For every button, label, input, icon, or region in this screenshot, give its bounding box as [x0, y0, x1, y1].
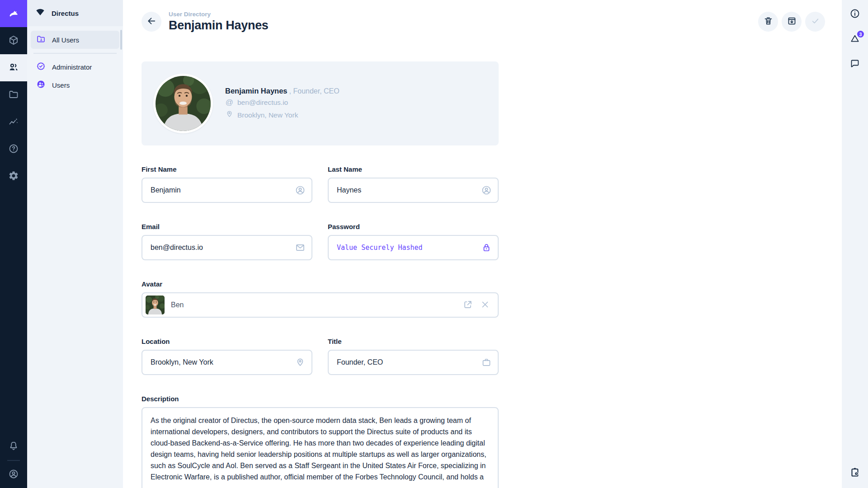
- field-label: Description: [142, 395, 499, 403]
- app-window: Directus All Users Administrator User: [0, 0, 868, 488]
- right-sidebar: 3: [842, 0, 868, 488]
- title-input[interactable]: [328, 350, 499, 375]
- module-insights[interactable]: [0, 108, 27, 136]
- sidebar-item-label: All Users: [52, 36, 79, 44]
- field-label: Title: [328, 338, 499, 345]
- revisions-count-badge: 3: [856, 30, 865, 38]
- avatar[interactable]: [153, 74, 213, 133]
- field-title: Title: [328, 338, 499, 375]
- at-sign-icon: @: [225, 98, 234, 107]
- card-user-name: Benjamin Haynes: [225, 87, 288, 95]
- avatar-photo: [156, 76, 211, 131]
- header-actions: [758, 12, 825, 32]
- last-name-input[interactable]: [328, 178, 499, 203]
- save-button[interactable]: [805, 12, 825, 32]
- sidebar-drawer-button[interactable]: [845, 463, 865, 483]
- card-user-role: , Founder, CEO: [289, 87, 340, 95]
- pin-icon: [225, 110, 234, 120]
- people-icon: [8, 62, 19, 74]
- field-email: Email: [142, 223, 312, 260]
- module-bar: [0, 0, 27, 488]
- sidebar-item-label: Administrator: [52, 63, 92, 71]
- notifications-button[interactable]: [0, 433, 27, 460]
- back-button[interactable]: [142, 12, 161, 32]
- field-label: Location: [142, 338, 312, 345]
- insights-icon: [8, 116, 19, 128]
- launch-icon: [463, 304, 473, 311]
- comment-icon: [849, 58, 860, 70]
- rabbit-logo-icon: [8, 8, 19, 20]
- field-location: Location: [142, 338, 312, 375]
- delete-button[interactable]: [758, 12, 778, 32]
- clear-file-button[interactable]: [480, 300, 491, 310]
- verified-badge-icon: [36, 61, 46, 73]
- item-form: First Name Last Name: [142, 165, 499, 488]
- field-description: Description As the original creator of D…: [142, 395, 499, 488]
- field-label: Avatar: [142, 280, 499, 288]
- field-first-name: First Name: [142, 165, 312, 203]
- card-location-row: Brooklyn, New York: [225, 110, 340, 120]
- page-header: User Directory Benjamin Haynes: [142, 0, 842, 33]
- field-label: First Name: [142, 165, 312, 173]
- sidebar-item-administrator[interactable]: Administrator: [31, 58, 119, 76]
- box-icon: [8, 35, 19, 47]
- module-settings[interactable]: [0, 163, 27, 190]
- module-user-directory[interactable]: [0, 54, 27, 81]
- info-icon: [849, 8, 860, 20]
- user-summary-card: Benjamin Haynes , Founder, CEO @ ben@dir…: [142, 61, 499, 145]
- bell-icon: [8, 441, 19, 453]
- comments-panel-button[interactable]: [845, 54, 865, 74]
- first-name-input[interactable]: [142, 178, 312, 203]
- main-content: User Directory Benjamin Haynes: [123, 0, 842, 488]
- password-input[interactable]: [328, 235, 499, 260]
- module-help[interactable]: [0, 136, 27, 163]
- avatar-file-name: Ben: [171, 301, 456, 309]
- sidebar-divider: [33, 53, 117, 54]
- sidebar-scrollbar[interactable]: [120, 30, 122, 50]
- folder-user-icon: [36, 34, 46, 46]
- supervised-user-icon: [36, 80, 46, 91]
- card-location: Brooklyn, New York: [237, 111, 298, 119]
- arrow-left-icon: [146, 16, 157, 28]
- breadcrumb[interactable]: User Directory: [169, 11, 269, 18]
- close-icon: [480, 304, 490, 311]
- field-last-name: Last Name: [328, 165, 499, 203]
- project-header[interactable]: Directus: [27, 0, 123, 26]
- field-avatar: Avatar Ben: [142, 280, 499, 318]
- archive-icon: [787, 16, 797, 28]
- module-file-library[interactable]: [0, 81, 27, 108]
- description-textarea[interactable]: As the original creator of Directus, the…: [142, 407, 499, 488]
- gear-icon: [8, 170, 19, 183]
- sidebar-item-all-users[interactable]: All Users: [31, 31, 119, 49]
- check-icon: [810, 16, 821, 28]
- avatar-thumbnail: [146, 296, 165, 314]
- card-email-row: @ ben@directus.io: [225, 98, 340, 107]
- directus-logo-button[interactable]: [0, 0, 27, 27]
- info-panel-button[interactable]: [845, 4, 865, 24]
- location-input[interactable]: [142, 350, 312, 375]
- help-icon: [8, 143, 19, 155]
- project-wedge-icon: [35, 7, 45, 19]
- account-circle-icon: [8, 469, 19, 481]
- folder-icon: [8, 89, 19, 101]
- current-user-button[interactable]: [0, 461, 27, 488]
- field-label: Password: [328, 223, 499, 230]
- revisions-panel-button[interactable]: 3: [845, 29, 865, 49]
- module-content[interactable]: [0, 27, 27, 54]
- sidebar-item-label: Users: [52, 81, 70, 89]
- clipboard-icon: [849, 467, 860, 479]
- page-title: Benjamin Haynes: [169, 19, 269, 33]
- card-email: ben@directus.io: [237, 99, 288, 107]
- avatar-file-input[interactable]: Ben: [142, 292, 499, 318]
- open-file-button[interactable]: [462, 300, 473, 310]
- field-label: Last Name: [328, 165, 499, 173]
- archive-button[interactable]: [782, 12, 802, 32]
- trash-icon: [763, 16, 774, 28]
- field-password: Password: [328, 223, 499, 260]
- project-name: Directus: [52, 9, 79, 17]
- email-input[interactable]: [142, 235, 312, 260]
- nav-sidebar: Directus All Users Administrator User: [27, 0, 123, 488]
- sidebar-item-users[interactable]: Users: [31, 76, 119, 94]
- field-label: Email: [142, 223, 312, 230]
